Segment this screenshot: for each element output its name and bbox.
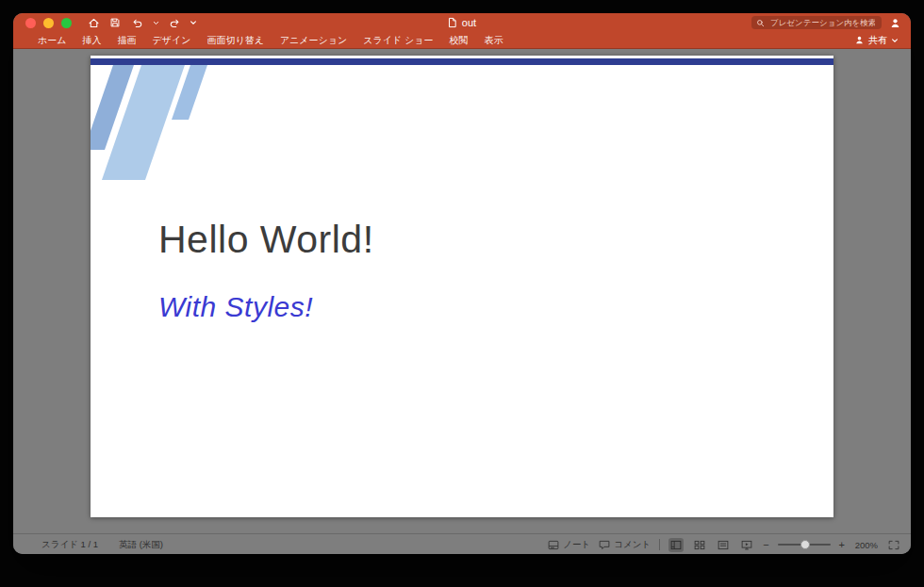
tab-design[interactable]: デザイン (152, 34, 190, 47)
customize-toolbar-chevron-icon[interactable] (190, 16, 197, 29)
tab-review[interactable]: 校閲 (449, 34, 468, 47)
undo-icon[interactable] (130, 16, 143, 29)
status-right: ノート コメント − + 200% (548, 534, 901, 554)
undo-dropdown-chevron-icon[interactable] (152, 16, 159, 29)
slide[interactable]: Hello World! With Styles! (91, 56, 833, 517)
editing-canvas: Hello World! With Styles! (13, 49, 911, 533)
search-input[interactable] (768, 17, 877, 28)
home-icon[interactable] (87, 16, 100, 29)
reading-view-button[interactable] (716, 538, 731, 552)
zoom-level[interactable]: 200% (853, 540, 878, 550)
share-person-icon (854, 35, 865, 45)
comments-label: コメント (614, 539, 651, 551)
account-icon[interactable] (889, 17, 901, 29)
fit-slide-to-window-button[interactable] (886, 538, 901, 552)
slide-decoration (91, 65, 317, 206)
comments-toggle[interactable]: コメント (599, 539, 651, 551)
divider (659, 539, 660, 550)
tab-transitions[interactable]: 画面切り替え (206, 34, 263, 47)
document-icon (448, 17, 457, 28)
slide-subtitle-text[interactable]: With Styles! (158, 291, 313, 323)
status-bar: スライド 1 / 1 英語 (米国) ノート コメント (13, 533, 911, 554)
tab-insert[interactable]: 挿入 (82, 34, 101, 47)
share-chevron-down-icon (891, 37, 899, 44)
traffic-lights (13, 18, 72, 28)
search-box[interactable] (751, 16, 882, 29)
zoom-out-button[interactable]: − (763, 540, 768, 550)
tab-animations[interactable]: アニメーション (280, 34, 347, 47)
tab-view[interactable]: 表示 (484, 34, 503, 47)
tab-slideshow[interactable]: スライド ショー (363, 34, 433, 47)
redo-icon[interactable] (168, 16, 181, 29)
zoom-slider[interactable] (778, 544, 831, 546)
titlebar: out (13, 13, 911, 32)
slide-sorter-view-button[interactable] (692, 538, 707, 552)
save-icon[interactable] (108, 16, 122, 29)
tab-draw[interactable]: 描画 (117, 34, 136, 47)
titlebar-right (751, 16, 901, 29)
ribbon-tab-bar: ホーム 挿入 描画 デザイン 画面切り替え アニメーション スライド ショー 校… (13, 32, 911, 49)
zoom-in-button[interactable]: + (839, 540, 845, 550)
notes-toggle[interactable]: ノート (548, 539, 590, 551)
slide-title-text[interactable]: Hello World! (158, 218, 374, 262)
zoom-slider-thumb[interactable] (800, 540, 810, 549)
share-label: 共有 (868, 34, 887, 47)
search-icon (756, 19, 765, 27)
slide-number-indicator[interactable]: スライド 1 / 1 (41, 539, 98, 551)
language-indicator[interactable]: 英語 (米国) (119, 539, 163, 551)
quick-access-toolbar (87, 16, 197, 29)
slide-accent-bar (91, 58, 833, 65)
minimize-button[interactable] (43, 18, 54, 28)
normal-view-button[interactable] (668, 538, 684, 552)
slideshow-button[interactable] (739, 538, 754, 552)
ribbon-tabs: ホーム 挿入 描画 デザイン 画面切り替え アニメーション スライド ショー 校… (38, 34, 503, 47)
share-button[interactable]: 共有 (854, 32, 899, 48)
powerpoint-window: out ホーム 挿入 描画 デザイン 画面切り替え アニメーション スライド シ… (13, 13, 911, 554)
document-title: out (462, 17, 476, 28)
notes-label: ノート (563, 539, 590, 551)
document-title-group: out (448, 13, 476, 32)
tab-home[interactable]: ホーム (38, 34, 66, 47)
status-left: スライド 1 / 1 英語 (米国) (41, 539, 163, 551)
close-button[interactable] (25, 18, 36, 28)
fullscreen-button[interactable] (61, 18, 72, 28)
